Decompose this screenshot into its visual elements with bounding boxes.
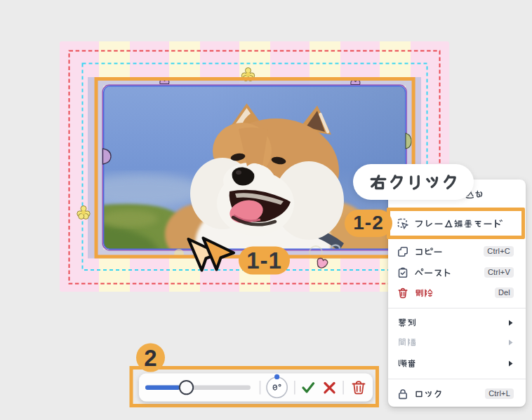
svg-text:1-1: 1-1 (246, 248, 282, 273)
svg-text:2: 2 (144, 345, 157, 371)
